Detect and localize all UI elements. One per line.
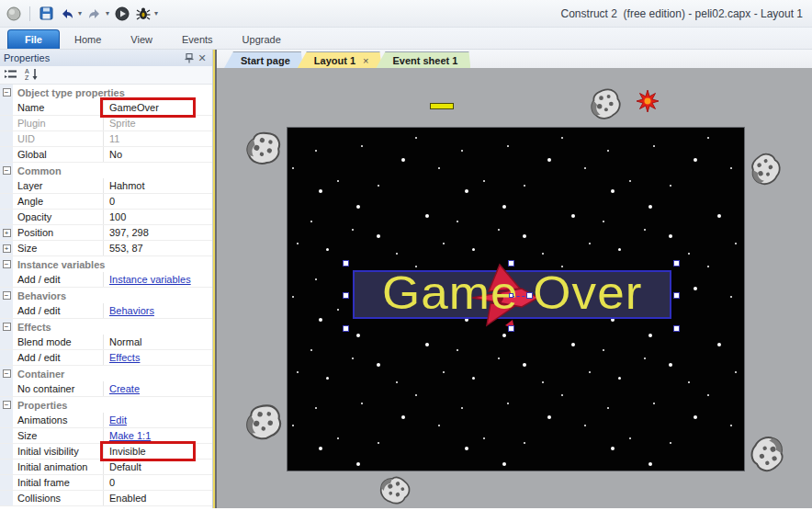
redo-icon[interactable] — [86, 6, 103, 22]
property-row[interactable]: CollisionsEnabled — [0, 491, 212, 506]
sort-az-icon[interactable]: AZ — [25, 67, 39, 84]
debug-icon[interactable] — [135, 6, 152, 22]
property-value[interactable]: Create — [104, 381, 212, 396]
property-value[interactable]: Normal — [104, 335, 212, 349]
document-tab-event-sheet-1[interactable]: Event sheet 1 — [376, 51, 470, 68]
ribbon-tab-view[interactable]: View — [116, 30, 167, 49]
property-row[interactable]: Angle0 — [0, 194, 212, 210]
selection-handle[interactable] — [673, 292, 680, 299]
property-value[interactable]: 0 — [104, 194, 212, 209]
property-section-row[interactable]: −Container — [0, 366, 212, 381]
property-row[interactable]: SizeMake 1:1 — [0, 428, 212, 444]
asteroid-sprite[interactable] — [374, 469, 416, 508]
asteroid-sprite[interactable] — [744, 430, 791, 477]
property-row[interactable]: Add / editEffects — [0, 350, 212, 366]
property-value[interactable]: Invisible — [104, 444, 212, 459]
property-row[interactable]: Initial visibilityInvisible — [0, 444, 212, 460]
expand-icon[interactable]: + — [3, 229, 11, 237]
property-value[interactable]: No — [104, 147, 212, 162]
property-value[interactable]: 0 — [104, 475, 212, 490]
categorize-icon[interactable] — [5, 67, 17, 84]
selection-handle[interactable] — [508, 325, 514, 332]
close-tab-icon[interactable]: × — [363, 55, 368, 66]
property-value[interactable]: Edit — [104, 413, 212, 427]
property-value[interactable]: 397, 298 — [104, 225, 212, 240]
property-section-row[interactable]: −Effects — [0, 319, 212, 335]
undo-icon[interactable] — [59, 6, 75, 22]
property-row[interactable]: Initial animationDefault — [0, 460, 212, 475]
pin-icon[interactable] — [183, 51, 196, 64]
selection-handle[interactable] — [673, 260, 680, 267]
selection-handle[interactable] — [343, 292, 349, 299]
collapse-icon[interactable]: − — [3, 166, 11, 175]
property-row[interactable]: LayerHahmot — [0, 178, 212, 194]
property-section-row[interactable]: −Instance variables — [0, 256, 212, 272]
property-value[interactable]: Sprite — [104, 116, 212, 130]
selection-handle[interactable] — [343, 260, 349, 267]
property-link[interactable]: Make 1:1 — [109, 430, 151, 441]
run-icon[interactable] — [114, 6, 130, 22]
expand-icon[interactable]: + — [3, 244, 11, 253]
selection-handle[interactable] — [343, 325, 349, 332]
property-value[interactable]: GameOver — [104, 100, 212, 115]
layout-canvas[interactable]: Game Over — [217, 68, 812, 508]
property-link[interactable]: Create — [109, 383, 140, 394]
property-row[interactable]: Add / editInstance variables — [0, 272, 212, 288]
explosion-sprite[interactable] — [637, 90, 659, 116]
sprite-origin-marker[interactable] — [509, 293, 513, 298]
property-row[interactable]: Initial frame0 — [0, 475, 212, 491]
property-link[interactable]: Instance variables — [109, 274, 191, 285]
property-row[interactable]: +Position397, 298 — [0, 225, 212, 241]
property-row[interactable]: GlobalNo — [0, 147, 212, 163]
property-value[interactable]: 553, 87 — [104, 241, 212, 255]
property-link[interactable]: Effects — [109, 352, 140, 363]
property-value[interactable]: Make 1:1 — [104, 428, 212, 443]
angle-handle[interactable] — [526, 292, 533, 299]
property-link[interactable]: Edit — [109, 414, 127, 426]
ribbon-tab-home[interactable]: Home — [60, 30, 116, 49]
collapse-icon[interactable]: − — [3, 88, 11, 96]
ribbon-tab-file[interactable]: File — [7, 29, 60, 49]
property-row[interactable]: UID11 — [0, 131, 212, 147]
property-value[interactable]: Instance variables — [104, 272, 212, 287]
asteroid-sprite[interactable] — [589, 87, 622, 120]
collapse-icon[interactable]: − — [3, 323, 11, 331]
asteroid-sprite[interactable] — [744, 148, 786, 190]
asteroid-sprite[interactable] — [239, 123, 288, 172]
property-value[interactable]: Hahmot — [104, 178, 212, 193]
property-value[interactable]: Behaviors — [104, 303, 212, 318]
property-row[interactable]: No containerCreate — [0, 381, 212, 397]
undo-dropdown-icon[interactable]: ▾ — [78, 9, 82, 17]
property-row[interactable]: AnimationsEdit — [0, 413, 212, 428]
ribbon-tab-events[interactable]: Events — [167, 30, 228, 49]
document-tab-start-page[interactable]: Start page — [224, 51, 303, 68]
player-ship-sprite[interactable] — [430, 103, 454, 109]
property-value[interactable]: 100 — [104, 210, 212, 224]
ribbon-tab-upgrade[interactable]: Upgrade — [228, 30, 296, 49]
document-tab-layout-1[interactable]: Layout 1× — [298, 51, 382, 68]
property-value[interactable]: Effects — [104, 350, 212, 365]
save-icon[interactable] — [38, 6, 54, 22]
property-row[interactable]: Add / editBehaviors — [0, 303, 212, 319]
property-row[interactable]: PluginSprite — [0, 116, 212, 131]
collapse-icon[interactable]: − — [3, 369, 11, 378]
property-section-row[interactable]: −Behaviors — [0, 288, 212, 303]
collapse-icon[interactable]: − — [3, 401, 11, 409]
asteroid-sprite[interactable] — [242, 400, 287, 445]
property-row[interactable]: Opacity100 — [0, 210, 212, 225]
collapse-icon[interactable]: − — [3, 291, 11, 300]
property-row[interactable]: Blend modeNormal — [0, 335, 212, 350]
property-value[interactable]: Default — [104, 460, 212, 474]
selection-handle[interactable] — [508, 260, 514, 267]
redo-dropdown-icon[interactable]: ▾ — [106, 9, 109, 17]
property-section-row[interactable]: −Properties — [0, 397, 212, 413]
property-link[interactable]: Behaviors — [109, 305, 154, 316]
property-row[interactable]: +Size553, 87 — [0, 241, 212, 256]
property-section-row[interactable]: −Object type properties — [0, 85, 212, 100]
property-value[interactable]: 11 — [104, 131, 212, 146]
property-row[interactable]: NameGameOver — [0, 100, 212, 116]
collapse-icon[interactable]: − — [3, 260, 11, 268]
close-panel-icon[interactable]: ✕ — [196, 51, 209, 64]
property-value[interactable]: Enabled — [104, 491, 212, 505]
property-section-row[interactable]: −Common — [0, 163, 212, 178]
